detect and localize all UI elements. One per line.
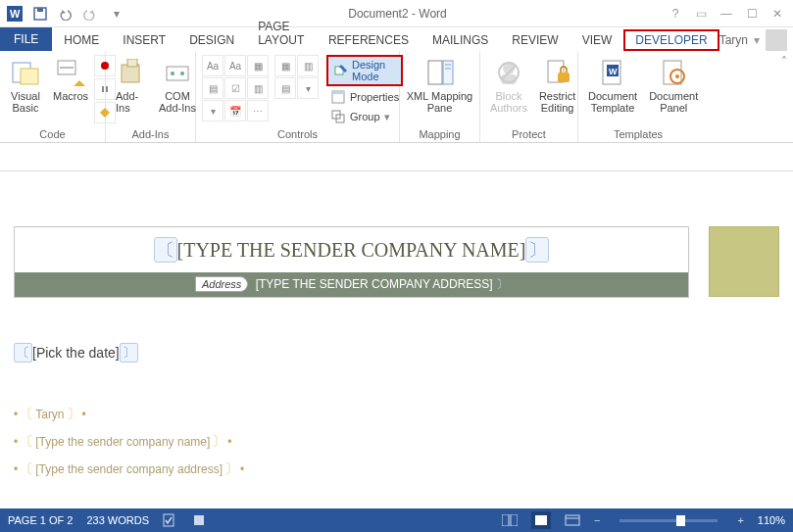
status-words[interactable]: 233 WORDS — [86, 514, 149, 526]
visual-basic-button[interactable]: Visual Basic — [6, 55, 45, 116]
svg-rect-43 — [535, 515, 547, 525]
dropdown-control-icon[interactable]: ▾ — [202, 100, 223, 121]
design-mode-icon — [334, 63, 348, 78]
xml-mapping-pane-button[interactable]: XML Mapping Pane — [403, 55, 476, 116]
help-icon[interactable]: ? — [668, 7, 683, 21]
legacy-more-icon[interactable]: ▾ — [297, 77, 319, 99]
redo-icon[interactable] — [80, 3, 102, 24]
properties-button[interactable]: Properties — [326, 88, 403, 106]
document-panel-button[interactable]: Document Panel — [645, 55, 702, 116]
svg-rect-40 — [194, 515, 204, 525]
building-block-control-icon[interactable]: ▤ — [202, 77, 223, 99]
sender-address-field[interactable]: •〔[Type the sender company address]〕• — [14, 460, 779, 478]
group-icon — [330, 109, 346, 124]
group-controls-label: Controls — [202, 127, 393, 140]
zoom-in-icon[interactable]: + — [737, 514, 743, 526]
controls-gallery[interactable]: Aa Aa ▦ ▤ ☑ ▥ ▾ 📅 ⋯ — [202, 55, 269, 121]
group-button[interactable]: Group▾ — [326, 108, 403, 125]
sender-company-content-control[interactable]: 〔 [TYPE THE SENDER COMPANY NAME] 〕 — [154, 237, 550, 263]
svg-point-17 — [180, 72, 184, 75]
repeating-control-icon[interactable]: ⋯ — [247, 100, 269, 121]
svg-rect-14 — [127, 59, 137, 67]
legacy-activex-icon[interactable]: ▥ — [297, 55, 319, 76]
maximize-icon[interactable]: ☐ — [744, 7, 760, 21]
block-authors-button[interactable]: Block Authors — [486, 55, 531, 116]
document-template-button[interactable]: W Document Template — [584, 55, 641, 116]
tab-view[interactable]: VIEW — [570, 29, 624, 51]
word-app-icon: W — [4, 3, 25, 24]
restrict-editing-button[interactable]: Restrict Editing — [535, 55, 579, 116]
minimize-icon[interactable]: — — [719, 7, 734, 21]
svg-text:W: W — [609, 67, 618, 76]
sender-company-field[interactable]: •〔[Type the sender company name]〕• — [14, 433, 779, 451]
web-layout-icon[interactable] — [565, 514, 580, 526]
combobox-control-icon[interactable]: ▥ — [247, 77, 269, 99]
tab-file[interactable]: FILE — [0, 27, 52, 51]
cc-close-bracket-icon: 〕 — [525, 237, 549, 263]
tab-design[interactable]: DESIGN — [177, 29, 246, 51]
tab-page-layout[interactable]: PAGE LAYOUT — [246, 16, 317, 51]
legacy-controls[interactable]: ▦ ▥ ▤ ▾ — [274, 55, 319, 99]
tab-review[interactable]: REVIEW — [500, 29, 570, 51]
tab-home[interactable]: HOME — [52, 29, 111, 51]
svg-rect-5 — [21, 69, 38, 84]
cc-open-bracket-icon: 〔 — [14, 343, 32, 363]
group-templates-label: Templates — [584, 127, 692, 140]
document-page[interactable]: 〔 [TYPE THE SENDER COMPANY NAME] 〕 Addre… — [0, 170, 793, 506]
date-picker-content-control[interactable]: 〔 [Pick the date] 〕 — [14, 343, 138, 363]
group-addins-label: Add-Ins — [112, 127, 189, 140]
tab-developer[interactable]: DEVELOPER — [623, 29, 719, 51]
svg-rect-15 — [167, 67, 188, 80]
svg-rect-7 — [60, 67, 74, 69]
cc-close-bracket-icon: 〕 — [120, 343, 138, 363]
rich-text-control-icon[interactable]: Aa — [202, 55, 223, 76]
date-value[interactable]: [Pick the date] — [32, 345, 120, 361]
user-name[interactable]: Taryn — [719, 33, 748, 47]
svg-rect-41 — [502, 514, 509, 526]
read-mode-icon[interactable] — [502, 514, 518, 526]
svg-rect-10 — [102, 86, 104, 92]
cc-open-bracket-icon: 〔 — [154, 237, 177, 263]
svg-point-38 — [675, 74, 679, 78]
sender-name-field[interactable]: •〔Taryn〕• — [14, 406, 779, 423]
macros-button[interactable]: Macros — [49, 55, 92, 104]
print-layout-icon[interactable] — [531, 511, 551, 529]
plain-text-control-icon[interactable]: Aa — [224, 55, 246, 76]
svg-rect-42 — [511, 514, 518, 526]
picture-control-icon[interactable]: ▦ — [247, 55, 269, 76]
svg-text:W: W — [10, 8, 21, 20]
com-addins-button[interactable]: COM Add-Ins — [155, 55, 200, 116]
status-page[interactable]: PAGE 1 OF 2 — [8, 514, 73, 526]
legacy-tools-icon[interactable]: ▦ — [274, 55, 296, 76]
undo-icon[interactable] — [55, 3, 76, 24]
save-icon[interactable] — [29, 3, 51, 24]
avatar[interactable] — [766, 29, 787, 51]
design-mode-button[interactable]: Design Mode — [326, 55, 403, 86]
macro-recording-status-icon[interactable] — [192, 513, 206, 527]
tab-mailings[interactable]: MAILINGS — [421, 29, 500, 51]
sender-company-title[interactable]: [TYPE THE SENDER COMPANY NAME] — [177, 239, 526, 262]
tab-references[interactable]: REFERENCES — [317, 29, 421, 51]
tab-insert[interactable]: INSERT — [111, 29, 177, 51]
zoom-level[interactable]: 110% — [758, 514, 785, 526]
checkbox-control-icon[interactable]: ☑ — [224, 77, 246, 99]
properties-icon — [330, 89, 346, 105]
date-picker-control-icon[interactable]: 📅 — [224, 100, 246, 121]
ribbon-options-icon[interactable]: ▭ — [693, 7, 709, 21]
close-icon[interactable]: ✕ — [769, 7, 785, 21]
addins-button[interactable]: Add-Ins — [112, 55, 151, 116]
spellcheck-icon[interactable] — [163, 513, 178, 527]
address-tag[interactable]: Address — [195, 276, 248, 292]
qat-dropdown-icon[interactable]: ▾ — [106, 3, 127, 24]
collapse-ribbon-icon[interactable]: ˄ — [775, 51, 793, 142]
svg-rect-13 — [122, 65, 139, 82]
sender-address-content-control[interactable]: [TYPE THE SENDER COMPANY ADDRESS] — [256, 277, 493, 291]
svg-rect-32 — [558, 73, 570, 82]
zoom-out-icon[interactable]: − — [594, 514, 600, 526]
zoom-slider[interactable] — [620, 519, 718, 522]
group-mapping-label: Mapping — [406, 127, 473, 140]
svg-rect-39 — [164, 514, 173, 526]
accent-box — [709, 226, 779, 297]
legacy-form-icon[interactable]: ▤ — [274, 77, 296, 99]
svg-rect-44 — [566, 515, 579, 525]
